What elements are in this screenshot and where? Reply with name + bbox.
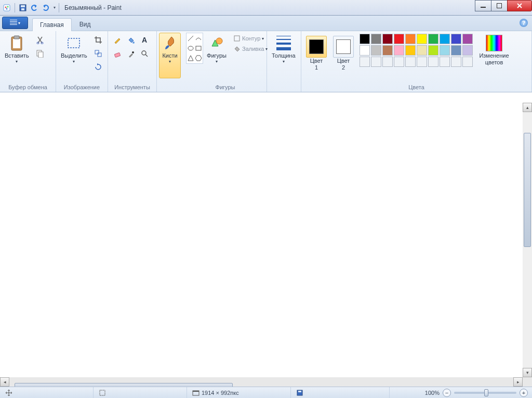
palette-swatch[interactable] [462, 45, 473, 56]
svg-rect-20 [114, 52, 120, 57]
color1-button[interactable]: Цвет 1 [303, 33, 329, 78]
palette-swatch[interactable] [382, 34, 393, 44]
palette-swatch[interactable] [371, 45, 381, 56]
palette-swatch-empty[interactable] [417, 57, 427, 67]
tab-home[interactable]: Главная [32, 18, 72, 31]
group-tools: A Инструменты [108, 31, 157, 92]
size-button[interactable]: Толщина ▾ [269, 33, 298, 78]
palette-swatch[interactable] [451, 34, 461, 44]
fill-label: Заливка [242, 46, 264, 52]
group-label [269, 83, 299, 92]
cut-button[interactable] [34, 34, 46, 46]
scroll-down-icon[interactable]: ▾ [523, 368, 532, 377]
palette-swatch[interactable] [417, 45, 427, 56]
zoom-slider[interactable] [454, 392, 516, 394]
shapes-gallery[interactable] [186, 33, 203, 64]
fill-button[interactable]: Заливка ▾ [231, 44, 270, 53]
zoom-in-button[interactable]: + [520, 389, 528, 397]
scroll-up-icon[interactable]: ▴ [523, 103, 532, 112]
palette-swatch-empty[interactable] [360, 57, 370, 67]
group-size: Толщина ▾ [267, 31, 301, 92]
undo-icon[interactable] [30, 3, 39, 12]
status-canvas-size: 1914 × 992пкс [187, 387, 291, 398]
eraser-tool[interactable] [111, 47, 124, 60]
palette-swatch[interactable] [394, 34, 404, 44]
palette-swatch[interactable] [405, 34, 416, 44]
paint-app-icon[interactable] [2, 3, 11, 12]
file-menu-icon [10, 20, 17, 26]
group-label: Буфер обмена [2, 83, 54, 92]
palette-swatch[interactable] [360, 45, 370, 56]
redo-icon[interactable] [41, 3, 50, 12]
zoom-out-button[interactable]: − [443, 389, 451, 397]
picker-tool[interactable] [125, 47, 137, 60]
crop-button[interactable] [92, 34, 104, 46]
pencil-tool[interactable] [111, 34, 124, 46]
palette-swatch[interactable] [428, 34, 438, 44]
help-icon[interactable]: ? [520, 19, 528, 27]
group-label: Фигуры [186, 83, 264, 92]
scroll-track[interactable] [523, 112, 532, 368]
palette-swatch[interactable] [371, 34, 381, 44]
minimize-button[interactable] [475, 0, 491, 11]
text-tool[interactable]: A [138, 34, 151, 46]
shapes-button[interactable]: Фигуры ▾ [204, 33, 229, 78]
palette-swatch[interactable] [417, 34, 427, 44]
palette-swatch[interactable] [440, 45, 450, 56]
copy-button[interactable] [34, 47, 46, 60]
selection-size-icon [99, 389, 106, 396]
save-icon[interactable] [18, 3, 28, 12]
status-bar: 1914 × 992пкс 100% − + [0, 387, 532, 398]
canvas[interactable] [0, 103, 523, 377]
palette-swatch-empty[interactable] [440, 57, 450, 67]
edit-colors-button[interactable]: Изменение цветов [476, 33, 512, 78]
window-title: Безымянный - Paint [64, 4, 122, 11]
paste-button[interactable]: Вставить ▾ [2, 33, 32, 78]
palette-swatch-empty[interactable] [394, 57, 404, 67]
vertical-scrollbar[interactable]: ▴ ▾ [523, 103, 532, 377]
rotate-button[interactable] [92, 61, 104, 73]
horizontal-scrollbar[interactable]: ◂ ▸ [0, 377, 523, 387]
resize-button[interactable] [92, 47, 104, 60]
brushes-button[interactable]: Кисти ▾ [159, 33, 181, 78]
zoom-slider-thumb[interactable] [484, 389, 488, 396]
thickness-icon [275, 35, 292, 51]
color2-button[interactable]: Цвет 2 [330, 33, 356, 78]
scroll-thumb[interactable] [524, 133, 531, 247]
close-button[interactable] [507, 0, 532, 11]
maximize-button[interactable] [491, 0, 508, 11]
palette-swatch[interactable] [394, 45, 404, 56]
palette-swatch-empty[interactable] [428, 57, 438, 67]
palette-swatch-empty[interactable] [405, 57, 416, 67]
magnifier-tool[interactable] [138, 47, 151, 60]
svg-rect-10 [13, 39, 20, 48]
palette-swatch-empty[interactable] [371, 57, 381, 67]
canvas-size-text: 1914 × 992пкс [202, 390, 239, 396]
palette-swatch[interactable] [360, 34, 370, 44]
palette-swatch[interactable] [440, 34, 450, 44]
select-button[interactable]: Выделить ▾ [58, 33, 90, 78]
outline-button[interactable]: Контур ▾ [231, 34, 270, 43]
palette-swatch[interactable] [451, 45, 461, 56]
palette-swatch[interactable] [462, 34, 473, 44]
palette-swatch[interactable] [405, 45, 416, 56]
scroll-right-icon[interactable]: ▸ [513, 377, 523, 387]
palette-swatch-empty[interactable] [462, 57, 473, 67]
scroll-left-icon[interactable]: ◂ [0, 377, 9, 387]
qat-customize-icon[interactable]: ▾ [54, 5, 56, 10]
tab-view[interactable]: Вид [72, 18, 99, 31]
group-label [159, 83, 182, 92]
fill-tool[interactable] [125, 34, 137, 46]
fill-icon [233, 45, 241, 52]
svg-rect-30 [234, 36, 240, 41]
file-menu-button[interactable]: ▾ [2, 17, 28, 29]
palette-swatch[interactable] [428, 45, 438, 56]
brush-icon [162, 35, 178, 51]
svg-rect-16 [68, 38, 79, 48]
palette-swatch-empty[interactable] [382, 57, 393, 67]
palette-swatch-empty[interactable] [451, 57, 461, 67]
group-label: Изображение [58, 83, 105, 92]
color1-label: Цвет 1 [310, 58, 323, 71]
palette-swatch[interactable] [382, 45, 393, 56]
group-brushes: Кисти ▾ [157, 31, 184, 92]
